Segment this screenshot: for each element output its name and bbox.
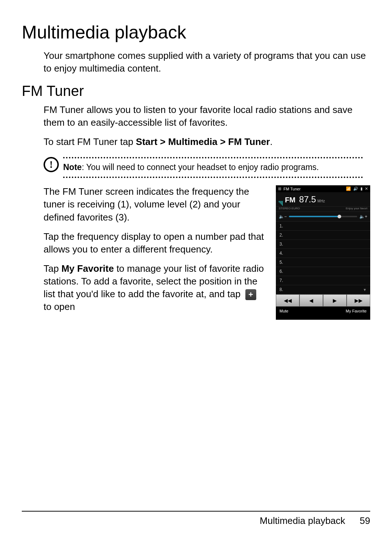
fav-number: 5. — [279, 260, 283, 265]
tagline: Enjoy your favori — [346, 207, 367, 210]
start-icon: ⊞ — [278, 186, 281, 191]
list-item[interactable]: 4. — [276, 249, 370, 258]
seek-forward-button[interactable]: ▶▶ — [347, 294, 370, 307]
vol-plus: + — [365, 214, 367, 219]
fm-intro-paragraph: FM Tuner allows you to listen to your fa… — [44, 104, 370, 129]
vol-minus: − — [284, 214, 287, 219]
note-body: Note: You will need to connect your head… — [63, 157, 363, 178]
list-item[interactable]: 8.▼ — [276, 285, 370, 294]
softkey-bar: Mute My Favorite — [276, 307, 370, 315]
list-item[interactable]: 3. — [276, 240, 370, 249]
playback-controls: ◀◀ ◀ ▶ ▶▶ — [276, 294, 370, 307]
fav-number: 8. — [279, 287, 283, 292]
list-item[interactable]: 5. — [276, 258, 370, 267]
chevron-down-icon[interactable]: ▼ — [363, 288, 367, 292]
list-item[interactable]: 7. — [276, 276, 370, 285]
fav-number: 2. — [279, 233, 283, 238]
frequency-subtext: STEREO EURO Enjoy your favori — [276, 207, 370, 211]
nav-path: Start > Multimedia > FM Tuner — [136, 136, 270, 147]
list-item[interactable]: 1. — [276, 222, 370, 231]
warning-icon: ! — [44, 157, 59, 172]
my-favorite-softkey[interactable]: My Favorite — [346, 309, 367, 313]
section-heading: FM Tuner — [22, 83, 370, 99]
fav-number: 7. — [279, 278, 283, 283]
fav-suffix: to open — [44, 301, 75, 312]
frequency-value: 87.5 — [299, 194, 316, 205]
frequency-unit: MHz — [318, 199, 325, 203]
fav-number: 6. — [279, 269, 283, 274]
phone-status-bar: ⊞ FM Tuner 📶 🔊 ▮ ✕ — [276, 185, 370, 192]
fav-prefix: Tap — [44, 263, 61, 274]
page-footer: Multimedia playback 59 — [22, 511, 370, 526]
close-icon: ✕ — [365, 186, 368, 191]
fav-number: 4. — [279, 251, 283, 256]
footer-title: Multimedia playback — [260, 515, 346, 526]
volume-down-icon[interactable]: 🔈− — [279, 214, 287, 219]
volume-row: 🔈− 🔈+ — [276, 211, 370, 222]
volume-slider[interactable] — [289, 216, 357, 217]
prev-button[interactable]: ◀ — [299, 294, 323, 307]
nav-suffix: . — [270, 136, 273, 147]
stereo-label: STEREO EURO — [279, 207, 300, 210]
list-item[interactable]: 2. — [276, 231, 370, 240]
tap-frequency-paragraph: Tap the frequency display to open a numb… — [44, 230, 269, 256]
list-item[interactable]: 6. — [276, 267, 370, 276]
my-favorite-paragraph: Tap My Favorite to manage your list of f… — [44, 262, 269, 313]
note-label: Note — [63, 162, 82, 172]
volume-icon: 🔊 — [353, 186, 358, 191]
fav-number: 3. — [279, 242, 283, 247]
nav-prefix: To start FM Tuner tap — [44, 136, 136, 147]
battery-icon: ▮ — [360, 186, 363, 191]
plus-icon: + — [245, 289, 256, 300]
note-block: ! Note: You will need to connect your he… — [44, 157, 363, 178]
fav-number: 1. — [279, 223, 283, 229]
favorites-list: 1. 2. 3. 4. 5. 6. 7. 8.▼ — [276, 222, 370, 294]
volume-up-icon[interactable]: 🔈+ — [359, 214, 367, 219]
seek-back-button[interactable]: ◀◀ — [276, 294, 299, 307]
navigation-instruction: To start FM Tuner tap Start > Multimedia… — [44, 136, 370, 148]
band-label: FM — [285, 196, 295, 204]
next-button[interactable]: ▶ — [323, 294, 347, 307]
page-title: Multimedia playback — [22, 22, 370, 43]
signal-bars-icon — [279, 201, 283, 206]
note-text: : You will need to connect your headset … — [82, 162, 319, 172]
mute-softkey[interactable]: Mute — [279, 309, 288, 313]
app-title: FM Tuner — [283, 187, 344, 191]
fav-bold: My Favorite — [61, 263, 114, 274]
frequency-display[interactable]: FM 87.5 MHz — [276, 192, 370, 207]
fm-tuner-screenshot: ⊞ FM Tuner 📶 🔊 ▮ ✕ FM 87.5 MHz STEREO EU… — [276, 185, 370, 320]
screen-description: The FM Tuner screen indicates the freque… — [44, 185, 269, 223]
page-number: 59 — [360, 515, 370, 526]
intro-paragraph: Your smartphone comes supplied with a va… — [44, 49, 370, 75]
signal-icon: 📶 — [346, 186, 351, 191]
